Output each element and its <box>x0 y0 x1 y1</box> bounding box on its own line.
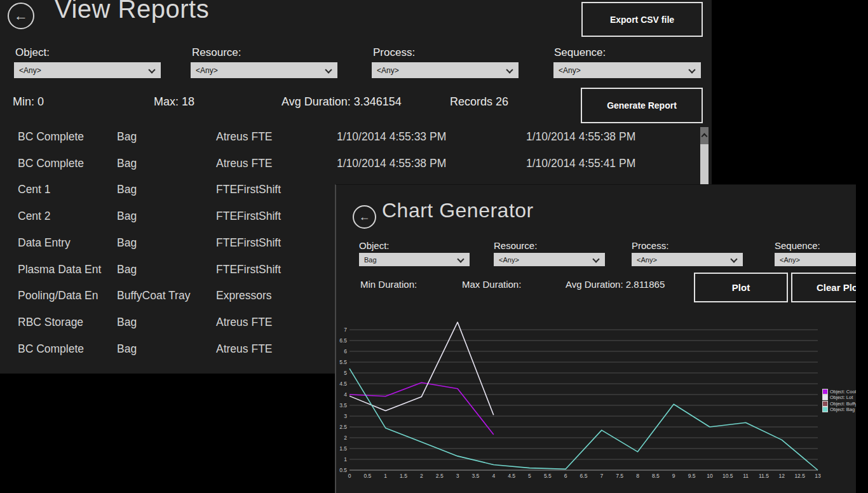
svg-text:5.5: 5.5 <box>339 359 347 365</box>
table-cell: Expressors <box>216 289 272 302</box>
generate-report-button[interactable]: Generate Report <box>581 88 703 123</box>
plot-button[interactable]: Plot <box>694 273 788 302</box>
svg-text:3: 3 <box>344 413 347 419</box>
clear-plot-button[interactable]: Clear Plot <box>791 273 856 302</box>
legend-item: Object: Bag <box>822 407 856 412</box>
sequence-filter-dropdown[interactable]: <Any> <box>775 253 856 266</box>
chevron-up-icon <box>702 133 708 140</box>
table-cell: Bag <box>117 236 137 250</box>
svg-text:5: 5 <box>528 473 531 479</box>
table-cell: Bag <box>117 130 137 144</box>
object-filter-value: <Any> <box>19 66 41 75</box>
avg-duration-stat: Avg Duration: 2.811865 <box>566 279 665 290</box>
resource-filter-dropdown[interactable]: <Any> <box>494 253 605 266</box>
table-cell: FTEFirstShift <box>216 183 281 196</box>
svg-text:7: 7 <box>600 473 603 479</box>
chevron-down-icon <box>688 66 695 73</box>
table-cell: 1/10/2014 4:55:38 PM <box>337 157 446 170</box>
svg-text:2.5: 2.5 <box>436 473 444 479</box>
generate-report-label: Generate Report <box>607 100 677 111</box>
table-cell: Atreus FTE <box>216 157 273 170</box>
svg-text:11: 11 <box>743 473 749 479</box>
sequence-filter-value: <Any> <box>559 66 581 75</box>
back-button[interactable]: ← <box>353 205 376 229</box>
object-filter-label: Object: <box>15 46 50 59</box>
svg-text:3: 3 <box>456 473 459 479</box>
svg-text:1: 1 <box>384 473 387 479</box>
resource-filter-dropdown[interactable]: <Any> <box>191 62 337 78</box>
table-cell: BC Complete <box>18 130 84 144</box>
process-filter-dropdown[interactable]: <Any> <box>632 253 743 266</box>
table-row[interactable]: BC CompleteBagAtreus FTE1/10/2014 4:55:3… <box>0 157 712 184</box>
svg-text:11.5: 11.5 <box>759 473 769 479</box>
svg-text:1.5: 1.5 <box>339 445 347 452</box>
svg-text:12: 12 <box>779 473 785 479</box>
svg-text:4.5: 4.5 <box>508 473 515 479</box>
table-cell: Pooling/Data En <box>18 289 98 302</box>
chevron-down-icon <box>457 255 464 262</box>
svg-text:1: 1 <box>344 456 347 463</box>
object-filter-value: Bag <box>364 256 377 264</box>
legend-label: Object: Bag <box>830 407 855 412</box>
process-filter-dropdown[interactable]: <Any> <box>372 62 519 78</box>
svg-text:10: 10 <box>707 473 713 479</box>
table-cell: Bag <box>117 210 137 223</box>
object-filter-label: Object: <box>359 240 390 251</box>
table-cell: Plasma Data Ent <box>18 263 101 276</box>
legend-item: Object: Coole <box>822 389 856 395</box>
svg-text:6.5: 6.5 <box>580 473 588 479</box>
resource-filter-value: <Any> <box>499 256 519 264</box>
table-cell: 1/10/2014 4:55:41 PM <box>526 157 635 170</box>
svg-text:2: 2 <box>420 473 423 479</box>
resource-filter-label: Resource: <box>494 240 537 251</box>
svg-text:10.5: 10.5 <box>722 473 733 479</box>
back-button[interactable]: ← <box>8 3 34 29</box>
object-filter-dropdown[interactable]: Bag <box>359 253 470 266</box>
table-cell: 1/10/2014 4:55:38 PM <box>526 130 635 144</box>
table-cell: Atreus FTE <box>216 130 273 144</box>
process-filter-value: <Any> <box>637 256 657 264</box>
table-cell: RBC Storage <box>18 316 83 329</box>
table-cell: Data Entry <box>18 236 71 250</box>
export-csv-button[interactable]: Export CSV file <box>581 2 703 37</box>
legend-swatch-icon <box>822 401 828 407</box>
svg-text:4: 4 <box>344 391 347 398</box>
resource-filter-label: Resource: <box>192 46 241 59</box>
chart-legend: Object: CooleObject: LotObject: BuffyCOb… <box>822 389 856 412</box>
legend-label: Object: Lot <box>830 395 853 400</box>
table-cell: Atreus FTE <box>216 342 273 356</box>
sequence-filter-label: Sequence: <box>554 46 606 59</box>
svg-text:5: 5 <box>344 370 347 376</box>
sequence-filter-dropdown[interactable]: <Any> <box>553 62 701 78</box>
avg-duration-stat: Avg Duration: 3.346154 <box>281 95 402 109</box>
table-row[interactable]: BC CompleteBagAtreus FTE1/10/2014 4:55:3… <box>0 130 712 157</box>
chevron-down-icon <box>506 66 513 73</box>
svg-text:2: 2 <box>344 435 347 441</box>
export-csv-label: Export CSV file <box>610 15 674 25</box>
svg-text:3.5: 3.5 <box>472 473 480 479</box>
scrollbar-up-button[interactable] <box>700 127 709 144</box>
svg-text:7: 7 <box>344 327 347 333</box>
legend-label: Object: BuffyC <box>830 401 856 407</box>
svg-text:0.5: 0.5 <box>363 473 371 479</box>
clear-plot-label: Clear Plot <box>817 282 856 293</box>
legend-swatch-icon <box>822 389 828 395</box>
svg-text:12.5: 12.5 <box>794 473 805 479</box>
object-filter-dropdown[interactable]: <Any> <box>14 62 161 78</box>
svg-text:0: 0 <box>348 473 351 479</box>
process-filter-label: Process: <box>632 240 668 251</box>
svg-text:1.5: 1.5 <box>400 473 407 479</box>
svg-text:7.5: 7.5 <box>616 473 623 479</box>
table-cell: 1/10/2014 4:55:33 PM <box>337 130 446 144</box>
svg-text:13: 13 <box>815 473 821 479</box>
svg-text:9: 9 <box>672 473 675 479</box>
process-filter-label: Process: <box>373 46 415 59</box>
table-cell: BuffyCoat Tray <box>117 289 190 302</box>
chevron-down-icon <box>148 66 155 73</box>
table-cell: Bag <box>117 342 137 356</box>
chevron-down-icon <box>730 255 737 262</box>
chevron-down-icon <box>325 66 332 73</box>
max-duration-label: Max Duration: <box>462 279 521 290</box>
max-stat: Max: 18 <box>154 95 194 109</box>
svg-text:9.5: 9.5 <box>688 473 696 479</box>
